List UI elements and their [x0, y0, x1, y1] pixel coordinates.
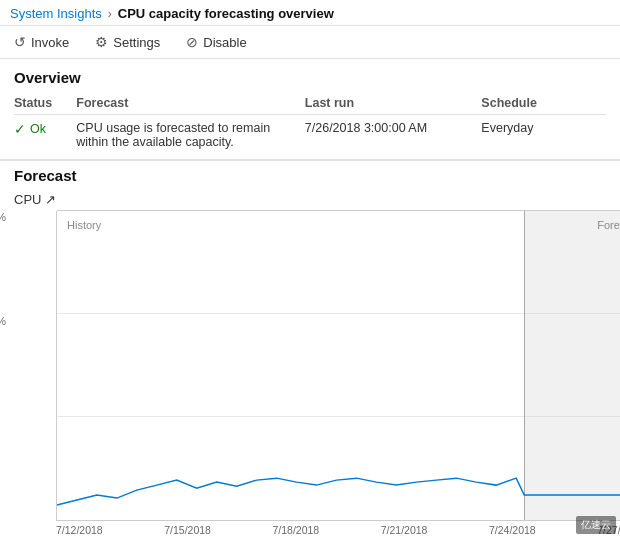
status-cell: ✓ Ok: [14, 115, 76, 152]
x-label-5: 7/27/2018: [597, 524, 620, 536]
x-axis: 7/12/2018 7/15/2018 7/18/2018 7/21/2018 …: [56, 524, 620, 536]
overview-title: Overview: [14, 69, 606, 86]
status-ok: ✓ Ok: [14, 121, 76, 137]
check-icon: ✓: [14, 121, 26, 137]
x-label-4: 7/24/2018: [489, 524, 536, 536]
breadcrumb-separator: ›: [108, 7, 112, 21]
settings-button[interactable]: ⚙ Settings: [91, 32, 164, 52]
breadcrumb-parent[interactable]: System Insights: [10, 6, 102, 21]
col-header-schedule: Schedule: [481, 94, 606, 115]
col-header-lastrun: Last run: [305, 94, 482, 115]
invoke-icon: ↺: [14, 34, 26, 50]
y-label-150: 150%: [0, 211, 6, 223]
chart-svg: [57, 211, 620, 520]
schedule-value: Everyday: [481, 121, 533, 135]
settings-label: Settings: [113, 35, 160, 50]
y-label-100: 100%: [0, 315, 6, 327]
col-header-forecast: Forecast: [76, 94, 304, 115]
x-label-0: 7/12/2018: [56, 524, 103, 536]
y-axis: 0% 50% 100% 150%: [0, 211, 10, 536]
x-label-1: 7/15/2018: [164, 524, 211, 536]
disable-label: Disable: [203, 35, 246, 50]
schedule-cell: Everyday: [481, 115, 606, 152]
disable-button[interactable]: ⊘ Disable: [182, 32, 250, 52]
forecast-description: CPU usage is forecasted to remain within…: [76, 121, 270, 149]
chart-area: CPU ↗ 0% 50% 100% 150% Forecast Histor: [14, 192, 606, 536]
cpu-line: [57, 478, 620, 505]
breadcrumb-bar: System Insights › CPU capacity forecasti…: [0, 0, 620, 26]
forecast-title: Forecast: [14, 167, 606, 184]
invoke-label: Invoke: [31, 35, 69, 50]
y-label-0: 0%: [0, 524, 6, 536]
forecast-section: Forecast CPU ↗ 0% 50% 100% 150% Forecast: [0, 160, 620, 536]
y-label-50: 50%: [0, 420, 6, 432]
chart-container: Forecast History: [56, 211, 620, 521]
x-label-2: 7/18/2018: [273, 524, 320, 536]
overview-row: ✓ Ok CPU usage is forecasted to remain w…: [14, 115, 606, 152]
chart-title: CPU ↗: [14, 192, 606, 207]
lastrun-value: 7/26/2018 3:00:00 AM: [305, 121, 427, 135]
disable-icon: ⊘: [186, 34, 198, 50]
breadcrumb-current: CPU capacity forecasting overview: [118, 6, 334, 21]
overview-table: Status Forecast Last run Schedule ✓ Ok C…: [14, 94, 606, 151]
toolbar: ↺ Invoke ⚙ Settings ⊘ Disable: [0, 26, 620, 59]
settings-icon: ⚙: [95, 34, 108, 50]
lastrun-cell: 7/26/2018 3:00:00 AM: [305, 115, 482, 152]
forecast-text-cell: CPU usage is forecasted to remain within…: [76, 115, 304, 152]
chart-label: CPU ↗: [14, 192, 56, 207]
col-header-status: Status: [14, 94, 76, 115]
x-label-3: 7/21/2018: [381, 524, 428, 536]
status-label: Ok: [30, 122, 46, 136]
invoke-button[interactable]: ↺ Invoke: [10, 32, 73, 52]
overview-section: Overview Status Forecast Last run Schedu…: [0, 59, 620, 159]
